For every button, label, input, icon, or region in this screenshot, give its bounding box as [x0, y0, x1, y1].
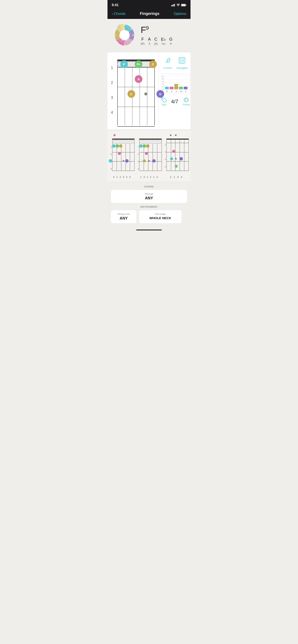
signal-icon — [171, 4, 175, 6]
chord-details: F9 F (R) A 3 C (5) E♭ 7m G 9 — [141, 25, 186, 46]
fret-2: 2 — [111, 75, 117, 90]
custom-icon — [164, 56, 172, 66]
dot-A: A — [135, 75, 142, 83]
bar-R: R — [165, 87, 169, 92]
svg-text:B: B — [119, 36, 120, 38]
svg-text:E♭: E♭ — [128, 30, 130, 32]
fret-3: 3 — [111, 90, 117, 105]
bar-3: 3 — [170, 87, 174, 92]
home-indicator — [107, 226, 191, 233]
mini-diagrams: 1 2 3 4 4 1 2 3 2 — [107, 130, 191, 182]
fret-line-2 — [117, 87, 155, 87]
fret-1: 1 — [111, 60, 117, 75]
mini-dot-2-7 — [152, 159, 156, 162]
mini-chord-1[interactable]: 1 2 3 4 4 1 2 3 2 — [109, 134, 134, 178]
bar-5-fill — [174, 84, 178, 90]
bar-5: 5 — [174, 84, 178, 92]
mini-dot-3-1 — [172, 150, 175, 153]
note-F: F (R) — [141, 37, 144, 45]
svg-text:A♭: A♭ — [130, 41, 132, 43]
svg-point-43 — [186, 98, 187, 99]
status-bar: 9:41 — [107, 0, 191, 9]
bar-9-fill — [184, 87, 188, 90]
main-area: 1 2 3 4 F — [107, 52, 191, 130]
mini-finger-nums-1: 4 1 2 3 2 4 — [109, 176, 134, 178]
instrument-options-section: INSTRUMENT Strings sets ANY Fret range W… — [111, 206, 187, 223]
voicings-option[interactable]: Voicings ANY — [111, 190, 187, 203]
svg-rect-7 — [186, 5, 187, 6]
svg-point-45 — [185, 100, 186, 101]
custom-button[interactable]: Custom — [163, 56, 172, 70]
bar-7m: 7m — [179, 87, 183, 92]
circle-of-fifths[interactable]: F G♭ G A♭ A B♭ B C E E♭ D C♯ C B B♭ — [112, 22, 137, 48]
chord-name: F9 — [141, 25, 186, 35]
right-panel: Custom A — [159, 52, 191, 130]
top-dot-row — [109, 134, 134, 137]
mini-nut-line-2 — [139, 138, 162, 140]
mini-chord-3[interactable]: × × 1 2 3 4 — [164, 134, 189, 178]
mini-fret-nums-3: 1 2 3 4 — [164, 141, 166, 170]
mini-nut-line-3 — [167, 138, 189, 140]
mini-dot-2-6 — [148, 160, 150, 162]
tags-button[interactable]: Tags — [161, 97, 167, 106]
svg-text:B♭: B♭ — [117, 41, 119, 43]
mini-frets-3 — [167, 143, 189, 171]
arpeggios-button[interactable]: Arpeggios — [176, 56, 188, 70]
svg-rect-1 — [172, 5, 173, 6]
svg-point-38 — [182, 62, 182, 62]
back-button[interactable]: ‹ Chords — [112, 12, 125, 16]
svg-point-42 — [185, 99, 186, 100]
svg-text:B♭: B♭ — [119, 30, 121, 32]
note-G: G 9 — [169, 37, 173, 45]
mini-fret-nums-2: 1 2 3 4 — [136, 143, 139, 172]
bar-3-fill — [170, 87, 174, 90]
arpeggios-label: Arpeggios — [176, 66, 188, 70]
mini-dot-1-5 — [123, 160, 124, 162]
palette-label: Palette — [183, 103, 190, 106]
fret-4: 4 — [111, 105, 117, 120]
svg-point-33 — [183, 58, 184, 59]
mini-fret-nums-1: 1 2 3 4 — [109, 143, 112, 172]
bar-9: 9 — [184, 87, 188, 92]
strings-option[interactable]: Strings sets ANY — [111, 210, 136, 223]
strings-label: Strings sets — [114, 213, 133, 215]
custom-label: Custom — [163, 66, 172, 70]
svg-text:D: D — [128, 36, 130, 38]
svg-point-41 — [184, 98, 188, 102]
svg-point-44 — [187, 100, 188, 100]
svg-point-40 — [163, 98, 163, 99]
svg-text:G♭: G♭ — [130, 28, 132, 30]
chord-info: F G♭ G A♭ A B♭ B C E E♭ D C♯ C B B♭ — [107, 19, 191, 52]
mini-nut-bar-1 — [112, 140, 134, 144]
page-title: Fingerings — [140, 12, 160, 16]
x-mark-2: × — [175, 134, 177, 137]
svg-point-32 — [182, 58, 182, 59]
svg-rect-3 — [174, 4, 175, 6]
palette-button[interactable]: Palette — [183, 97, 190, 106]
mini-dot-2-3 — [146, 144, 150, 148]
instrument-options-row: Strings sets ANY Fret range WHOLE NECK — [111, 210, 187, 223]
mini-fretboard-1: 1 2 3 4 — [109, 137, 134, 175]
note-C: C (5) — [154, 37, 158, 45]
svg-text:C♯: C♯ — [126, 40, 128, 42]
mini-chord-2[interactable]: 1 2 3 4 1 3 1 2 1 4 — [136, 134, 162, 178]
nav-bar: ‹ Chords Fingerings Options — [107, 9, 191, 19]
mini-dot-2-1 — [139, 144, 143, 148]
svg-point-4 — [178, 6, 178, 6]
mini-dot-2-5 — [143, 160, 146, 162]
options-button[interactable]: Options — [174, 12, 186, 16]
mini-dot-1-2 — [116, 144, 119, 148]
mini-fretboard-2: 1 2 3 4 — [136, 137, 162, 175]
fretboard-section: 1 2 3 4 F — [107, 52, 159, 130]
mini-dot-3-5 — [175, 165, 178, 168]
status-icons — [171, 4, 186, 6]
mini-dot-1-7 — [109, 159, 112, 162]
dot-F: F — [120, 60, 128, 68]
svg-rect-6 — [182, 4, 185, 6]
svg-point-34 — [180, 60, 181, 61]
chart-area: 0 1 2 3 4 5 6 — [161, 74, 190, 94]
voicings-label: Voicings — [114, 192, 184, 195]
fret-range-option[interactable]: Fret range WHOLE NECK — [139, 210, 182, 223]
svg-point-35 — [182, 60, 182, 61]
fret-value: WHOLE NECK — [142, 216, 178, 220]
